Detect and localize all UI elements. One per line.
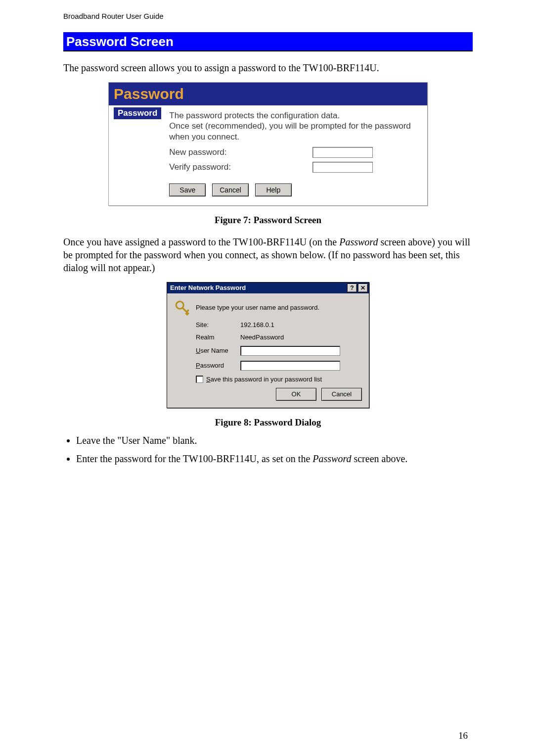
save-button[interactable]: Save [169, 184, 206, 196]
dialog-title: Enter Network Password [170, 284, 246, 291]
password-panel-title: Password [114, 86, 184, 102]
svg-point-0 [176, 301, 183, 309]
bullet-2: Enter the password for the TW100-BRF114U… [76, 451, 473, 467]
page-number: 16 [458, 730, 468, 741]
help-icon[interactable]: ? [347, 284, 357, 292]
bullet-2-italic: Password [312, 453, 351, 464]
breadcrumb: Broadband Router User Guide [63, 12, 473, 20]
save-password-checkbox[interactable] [196, 376, 203, 383]
verify-password-input[interactable] [312, 162, 373, 173]
save-password-label: Save this password in your password list [206, 376, 322, 383]
cancel-button-dlg[interactable]: Cancel [321, 388, 362, 401]
figure-7-caption: Figure 7: Password Screen [63, 215, 473, 226]
bullet-2-post: screen above. [351, 453, 407, 464]
section-heading-bar: Password Screen [63, 32, 473, 51]
bullet-1: Leave the "User Name" blank. [76, 433, 473, 448]
site-value: 192.168.0.1 [240, 321, 274, 329]
realm-label: Realm [196, 333, 240, 341]
bullet-2-pre: Enter the password for the TW100-BRF114U… [76, 453, 312, 464]
intro-paragraph: The password screen allows you to assign… [63, 61, 473, 74]
new-password-label: New password: [169, 147, 312, 157]
dialog-prompt: Please type your user name and password. [196, 304, 319, 311]
ok-button[interactable]: OK [276, 388, 316, 401]
username-label: User Name [196, 347, 240, 354]
site-label: Site: [196, 321, 240, 329]
help-button[interactable]: Help [255, 184, 292, 196]
new-password-input[interactable] [312, 147, 373, 158]
cancel-button[interactable]: Cancel [212, 184, 249, 196]
username-input[interactable] [240, 346, 340, 356]
password-label: Password [196, 362, 240, 369]
verify-password-label: Verify password: [169, 162, 312, 172]
realm-value: NeedPassword [240, 333, 284, 341]
password-panel-titlebar: Password [109, 83, 427, 105]
password-panel: Password Password The password protects … [108, 82, 428, 206]
mid-paragraph: Once you have assigned a password to the… [63, 236, 473, 274]
enter-network-password-dialog: Enter Network Password ? ✕ Please type y… [167, 282, 369, 408]
section-heading: Password Screen [66, 34, 174, 49]
password-side-label: Password [114, 107, 161, 119]
dialog-titlebar: Enter Network Password ? ✕ [167, 283, 369, 293]
figure-8-caption: Figure 8: Password Dialog [63, 417, 473, 428]
password-description: The password protects the configuration … [169, 110, 420, 142]
close-icon[interactable]: ✕ [358, 284, 368, 292]
password-input[interactable] [240, 361, 340, 371]
key-icon [174, 299, 191, 316]
